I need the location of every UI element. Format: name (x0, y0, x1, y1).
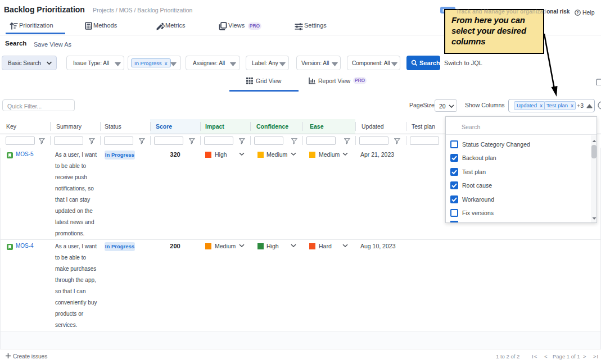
svg-text:?: ? (576, 11, 579, 15)
